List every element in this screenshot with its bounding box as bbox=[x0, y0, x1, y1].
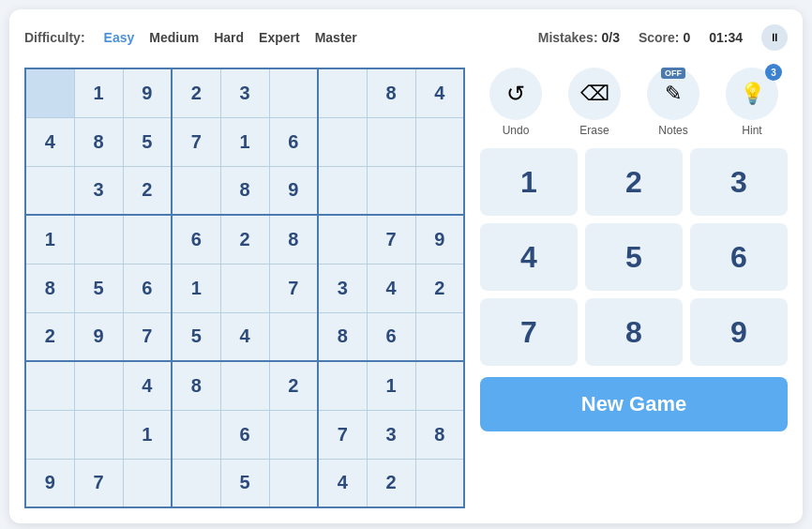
cell-8-8[interactable] bbox=[415, 459, 464, 507]
cell-1-5[interactable]: 6 bbox=[269, 117, 318, 166]
cell-7-1[interactable] bbox=[74, 410, 123, 459]
cell-0-0[interactable] bbox=[25, 68, 74, 117]
cell-4-0[interactable]: 8 bbox=[25, 264, 74, 312]
cell-0-4[interactable]: 3 bbox=[220, 68, 269, 117]
cell-0-7[interactable]: 8 bbox=[367, 68, 415, 117]
cell-5-8[interactable] bbox=[415, 312, 464, 361]
cell-6-5[interactable]: 2 bbox=[269, 361, 318, 410]
sudoku-grid[interactable]: 1923844857163289162879856173422975486482… bbox=[24, 68, 465, 508]
cell-6-3[interactable]: 8 bbox=[172, 361, 220, 410]
cell-1-4[interactable]: 1 bbox=[220, 117, 269, 166]
cell-3-2[interactable] bbox=[123, 215, 172, 264]
cell-4-2[interactable]: 6 bbox=[123, 264, 172, 312]
cell-2-4[interactable]: 8 bbox=[220, 166, 269, 215]
cell-4-1[interactable]: 5 bbox=[74, 264, 123, 312]
cell-0-3[interactable]: 2 bbox=[172, 68, 220, 117]
cell-1-8[interactable] bbox=[415, 117, 464, 166]
cell-3-4[interactable]: 2 bbox=[220, 215, 269, 264]
cell-2-3[interactable] bbox=[172, 166, 220, 215]
cell-4-6[interactable]: 3 bbox=[318, 264, 367, 312]
cell-3-5[interactable]: 8 bbox=[269, 215, 318, 264]
cell-7-6[interactable]: 7 bbox=[318, 410, 367, 459]
cell-5-4[interactable]: 4 bbox=[220, 312, 269, 361]
difficulty-medium[interactable]: Medium bbox=[145, 28, 203, 47]
cell-1-0[interactable]: 4 bbox=[25, 117, 74, 166]
pause-button[interactable]: ⏸ bbox=[761, 24, 788, 51]
cell-3-6[interactable] bbox=[318, 215, 367, 264]
num-btn-8[interactable]: 8 bbox=[585, 298, 683, 366]
cell-5-6[interactable]: 8 bbox=[318, 312, 367, 361]
notes-button[interactable]: ✎ OFF Notes bbox=[647, 68, 699, 137]
cell-8-5[interactable] bbox=[269, 459, 318, 507]
cell-7-5[interactable] bbox=[269, 410, 318, 459]
num-btn-2[interactable]: 2 bbox=[585, 148, 683, 216]
cell-5-0[interactable]: 2 bbox=[25, 312, 74, 361]
cell-2-2[interactable]: 2 bbox=[123, 166, 172, 215]
cell-1-1[interactable]: 8 bbox=[74, 117, 123, 166]
cell-1-7[interactable] bbox=[367, 117, 415, 166]
cell-8-1[interactable]: 7 bbox=[74, 459, 123, 507]
cell-6-6[interactable] bbox=[318, 361, 367, 410]
cell-8-6[interactable]: 4 bbox=[318, 459, 367, 507]
cell-0-8[interactable]: 4 bbox=[415, 68, 464, 117]
cell-6-7[interactable]: 1 bbox=[367, 361, 415, 410]
cell-8-0[interactable]: 9 bbox=[25, 459, 74, 507]
cell-5-5[interactable] bbox=[269, 312, 318, 361]
num-btn-3[interactable]: 3 bbox=[690, 148, 788, 216]
cell-8-3[interactable] bbox=[172, 459, 220, 507]
cell-1-2[interactable]: 5 bbox=[123, 117, 172, 166]
cell-7-7[interactable]: 3 bbox=[367, 410, 415, 459]
cell-4-5[interactable]: 7 bbox=[269, 264, 318, 312]
cell-5-7[interactable]: 6 bbox=[367, 312, 415, 361]
cell-5-1[interactable]: 9 bbox=[74, 312, 123, 361]
cell-2-5[interactable]: 9 bbox=[269, 166, 318, 215]
cell-2-1[interactable]: 3 bbox=[74, 166, 123, 215]
cell-4-3[interactable]: 1 bbox=[172, 264, 220, 312]
cell-3-0[interactable]: 1 bbox=[25, 215, 74, 264]
cell-1-6[interactable] bbox=[318, 117, 367, 166]
difficulty-easy[interactable]: Easy bbox=[100, 28, 139, 47]
new-game-button[interactable]: New Game bbox=[480, 377, 788, 431]
difficulty-expert[interactable]: Expert bbox=[255, 28, 304, 47]
cell-4-4[interactable] bbox=[220, 264, 269, 312]
cell-7-8[interactable]: 8 bbox=[415, 410, 464, 459]
cell-1-3[interactable]: 7 bbox=[172, 117, 220, 166]
difficulty-master[interactable]: Master bbox=[311, 28, 361, 47]
erase-button[interactable]: ⌫ Erase bbox=[568, 68, 621, 137]
cell-7-2[interactable]: 1 bbox=[123, 410, 172, 459]
cell-7-0[interactable] bbox=[25, 410, 74, 459]
undo-button[interactable]: ↺ Undo bbox=[489, 68, 542, 137]
hint-button[interactable]: 💡 3 Hint bbox=[726, 68, 778, 137]
cell-3-1[interactable] bbox=[74, 215, 123, 264]
cell-0-5[interactable] bbox=[269, 68, 318, 117]
cell-3-8[interactable]: 9 bbox=[415, 215, 464, 264]
cell-4-8[interactable]: 2 bbox=[415, 264, 464, 312]
cell-5-2[interactable]: 7 bbox=[123, 312, 172, 361]
cell-3-3[interactable]: 6 bbox=[172, 215, 220, 264]
cell-6-1[interactable] bbox=[74, 361, 123, 410]
cell-8-7[interactable]: 2 bbox=[367, 459, 415, 507]
cell-5-3[interactable]: 5 bbox=[172, 312, 220, 361]
cell-2-7[interactable] bbox=[367, 166, 415, 215]
num-btn-5[interactable]: 5 bbox=[585, 223, 683, 291]
num-btn-1[interactable]: 1 bbox=[480, 148, 578, 216]
cell-7-4[interactable]: 6 bbox=[220, 410, 269, 459]
cell-8-4[interactable]: 5 bbox=[220, 459, 269, 507]
cell-3-7[interactable]: 7 bbox=[367, 215, 415, 264]
cell-2-8[interactable] bbox=[415, 166, 464, 215]
num-btn-6[interactable]: 6 bbox=[690, 223, 788, 291]
cell-2-6[interactable] bbox=[318, 166, 367, 215]
cell-0-1[interactable]: 1 bbox=[74, 68, 123, 117]
cell-2-0[interactable] bbox=[25, 166, 74, 215]
cell-4-7[interactable]: 4 bbox=[367, 264, 415, 312]
cell-8-2[interactable] bbox=[123, 459, 172, 507]
num-btn-7[interactable]: 7 bbox=[480, 298, 578, 366]
difficulty-hard[interactable]: Hard bbox=[210, 28, 248, 47]
cell-6-2[interactable]: 4 bbox=[123, 361, 172, 410]
cell-0-6[interactable] bbox=[318, 68, 367, 117]
cell-6-0[interactable] bbox=[25, 361, 74, 410]
num-btn-4[interactable]: 4 bbox=[480, 223, 578, 291]
num-btn-9[interactable]: 9 bbox=[690, 298, 788, 366]
cell-6-8[interactable] bbox=[415, 361, 464, 410]
cell-6-4[interactable] bbox=[220, 361, 269, 410]
